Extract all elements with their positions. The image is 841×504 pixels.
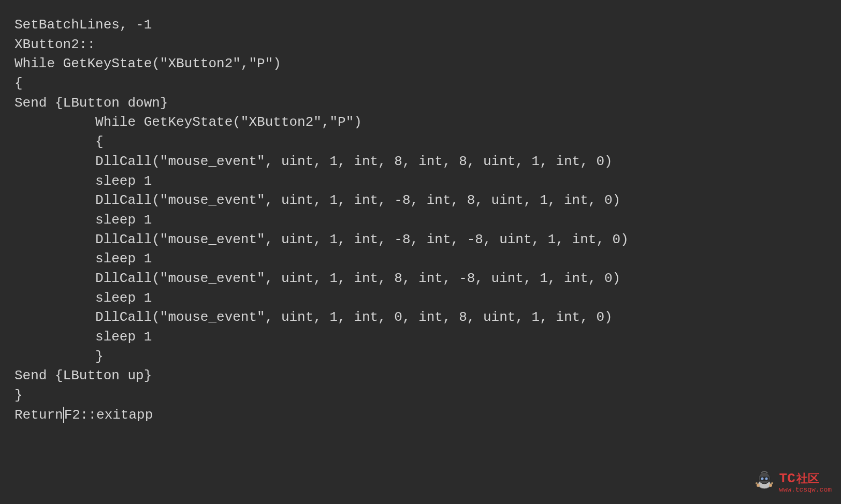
code-line: While GetKeyState("XButton2","P") xyxy=(15,56,281,71)
code-line: { xyxy=(15,134,104,150)
svg-point-3 xyxy=(761,478,763,480)
watermark: TC 社区 www.tcsqw.com xyxy=(752,469,832,496)
watermark-url: www.tcsqw.com xyxy=(779,486,832,493)
code-line: DllCall("mouse_event", uint, 1, int, 8, … xyxy=(15,154,613,169)
code-line: XButton2:: xyxy=(15,37,95,52)
svg-point-5 xyxy=(757,484,760,487)
code-line: } xyxy=(15,349,104,364)
code-line: sleep 1 xyxy=(15,173,152,189)
code-line: } xyxy=(15,388,23,403)
watermark-brand: TC xyxy=(779,472,795,485)
code-line: sleep 1 xyxy=(15,251,152,266)
code-line: sleep 1 xyxy=(15,329,152,345)
code-line: SetBatchLines, -1 xyxy=(15,17,152,33)
svg-point-7 xyxy=(756,482,758,484)
code-line: Send {LButton up} xyxy=(15,368,152,383)
code-line: DllCall("mouse_event", uint, 1, int, -8,… xyxy=(15,232,629,247)
code-line: { xyxy=(15,76,23,91)
svg-point-8 xyxy=(771,482,773,484)
code-line: DllCall("mouse_event", uint, 1, int, 0, … xyxy=(15,309,613,325)
svg-point-6 xyxy=(769,484,772,487)
code-block: SetBatchLines, -1 XButton2:: While GetKe… xyxy=(15,16,827,425)
code-line: Send {LButton down} xyxy=(15,95,168,111)
code-line: DllCall("mouse_event", uint, 1, int, -8,… xyxy=(15,192,620,208)
code-line: DllCall("mouse_event", uint, 1, int, 8, … xyxy=(15,271,620,286)
code-line-after-cursor: F2::exitapp xyxy=(64,407,153,423)
watermark-brand-cn: 社区 xyxy=(796,473,819,484)
code-line: sleep 1 xyxy=(15,212,152,228)
code-line: While GetKeyState("XButton2","P") xyxy=(15,114,362,130)
code-line: sleep 1 xyxy=(15,290,152,306)
mascot-icon xyxy=(752,469,776,496)
code-line-return: Return xyxy=(15,407,63,423)
watermark-text: TC 社区 www.tcsqw.com xyxy=(779,472,832,493)
svg-point-4 xyxy=(765,478,767,480)
